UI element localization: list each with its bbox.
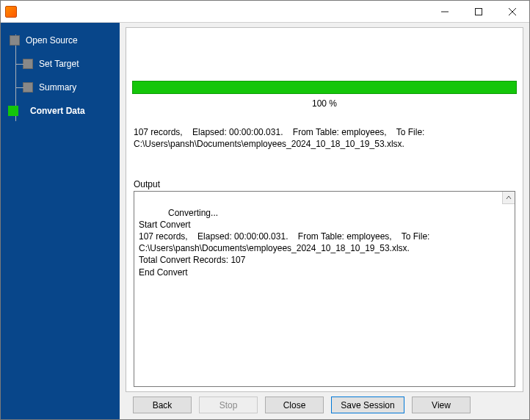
progress-bar — [132, 81, 517, 94]
step-bullet-icon — [10, 35, 20, 46]
content-panel: 100 % 107 records, Elapsed: 00:00:00.031… — [126, 27, 523, 392]
button-bar: Back Stop Close Save Session View — [126, 397, 523, 413]
wizard-step-set-target[interactable]: Set Target — [1, 55, 120, 73]
svg-rect-1 — [476, 9, 482, 15]
view-button[interactable]: View — [412, 397, 471, 413]
close-window-button[interactable] — [495, 1, 529, 23]
minimize-button[interactable] — [428, 1, 462, 23]
wizard-step-summary[interactable]: Summary — [1, 79, 120, 96]
back-button[interactable]: Back — [133, 397, 192, 413]
output-log[interactable]: Converting... Start Convert 107 records,… — [134, 191, 515, 387]
close-button[interactable]: Close — [265, 397, 324, 413]
step-label: Summary — [39, 82, 76, 93]
save-session-button[interactable]: Save Session — [331, 397, 404, 413]
wizard-step-open-source[interactable]: Open Source — [1, 32, 120, 49]
step-bullet-icon — [23, 59, 33, 69]
step-label: Open Source — [26, 35, 78, 46]
main-panel: 100 % 107 records, Elapsed: 00:00:00.031… — [120, 23, 529, 419]
scroll-up-icon[interactable] — [502, 192, 515, 204]
step-bullet-icon — [23, 82, 33, 93]
step-label: Set Target — [39, 59, 79, 69]
title-bar — [1, 1, 529, 23]
app-icon — [5, 6, 17, 18]
stop-button[interactable]: Stop — [199, 397, 258, 413]
wizard-step-convert-data[interactable]: Convert Data — [1, 102, 120, 120]
application-window: Open Source Set Target Summary Convert D… — [0, 0, 530, 420]
wizard-sidebar: Open Source Set Target Summary Convert D… — [1, 23, 120, 419]
step-label: Convert Data — [30, 106, 85, 116]
output-log-text: Converting... Start Convert 107 records,… — [139, 208, 432, 278]
window-controls — [428, 1, 529, 22]
progress-percent-label: 100 % — [132, 98, 517, 109]
progress-summary-text: 107 records, Elapsed: 00:00:00.031. From… — [126, 122, 523, 150]
maximize-button[interactable] — [462, 1, 495, 23]
output-label: Output — [134, 179, 515, 189]
